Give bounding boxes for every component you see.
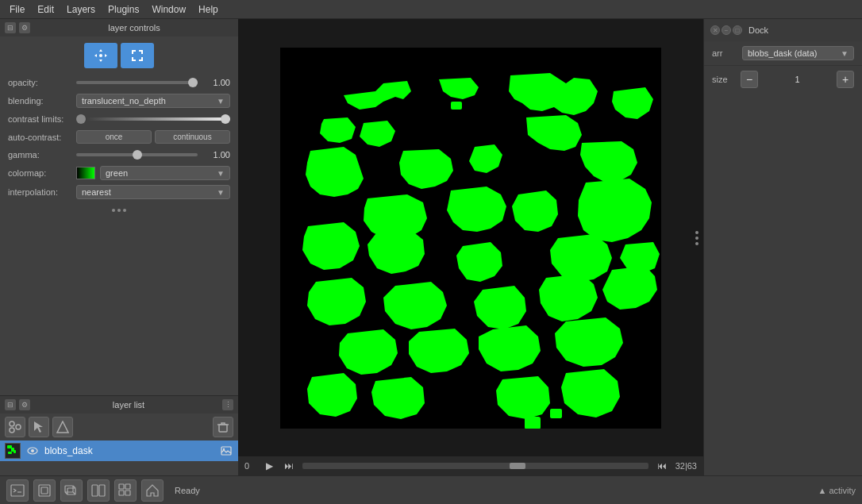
dock-max-icon[interactable]: □ [733, 25, 742, 35]
svg-point-1 [10, 428, 14, 433]
frame-info: 32|63 [675, 461, 697, 471]
layer-item[interactable]: blobs_dask [0, 441, 238, 461]
contrast-min-thumb[interactable] [76, 114, 86, 124]
svg-rect-26 [119, 484, 124, 489]
console-button[interactable] [6, 479, 29, 502]
move-icon [93, 48, 109, 63]
home-button[interactable] [141, 479, 164, 502]
layer-list-header-icons: ⊟ ⚙ [5, 399, 30, 410]
size-minus-btn[interactable]: − [741, 71, 758, 88]
svg-marker-4 [57, 421, 68, 433]
colormap-row: colormap: green ▼ [8, 166, 230, 180]
opacity-slider[interactable] [76, 81, 198, 84]
settings-icon[interactable]: ⚙ [19, 22, 30, 33]
dock-title: Dock [748, 25, 856, 35]
points-tool-btn[interactable] [5, 417, 25, 437]
layer-list-title: layer list [35, 400, 222, 410]
layer-image-btn[interactable] [219, 444, 233, 458]
window-icon [37, 483, 52, 498]
menu-help[interactable]: Help [192, 2, 225, 17]
visibility-toggle[interactable] [25, 444, 40, 458]
dot-1 [112, 209, 115, 212]
gamma-slider-container[interactable] [76, 148, 198, 161]
canvas-viewport[interactable] [238, 19, 703, 456]
svg-rect-18 [41, 487, 48, 494]
play-button[interactable]: ▶ [264, 460, 275, 471]
bottom-toolbar: Ready ▲ activity [0, 475, 862, 504]
svg-rect-5 [219, 425, 227, 432]
timeline-thumb[interactable] [510, 463, 525, 469]
menubar: File Edit Layers Plugins Window Help [0, 0, 862, 19]
blending-dropdown[interactable]: translucent_no_depth ▼ [76, 94, 230, 108]
blobs-svg [280, 48, 661, 429]
vert-dot-3 [695, 242, 698, 245]
arr-row: arr blobs_dask (data) ▼ [704, 41, 862, 66]
layer-list-section: ⊟ ⚙ layer list ⋮ [0, 396, 238, 475]
select-tool-btn[interactable] [29, 417, 49, 437]
timeline-track[interactable] [302, 463, 648, 469]
blending-row: blending: translucent_no_depth ▼ [8, 94, 230, 108]
transform-icon [129, 48, 145, 63]
contrast-max-thumb[interactable] [221, 114, 230, 124]
gamma-slider[interactable] [76, 153, 198, 156]
colormap-dropdown[interactable]: green ▼ [100, 166, 230, 180]
layer-list-header: ⊟ ⚙ layer list ⋮ [0, 396, 238, 414]
activity-text[interactable]: ▲ activity [818, 486, 856, 495]
svg-rect-29 [125, 491, 130, 495]
svg-rect-24 [92, 485, 98, 496]
svg-rect-17 [39, 485, 50, 496]
svg-point-0 [10, 421, 14, 426]
layer-collapse-icon[interactable]: ⊟ [5, 399, 16, 410]
contrast-row: contrast limits: [8, 113, 230, 125]
split-button[interactable] [87, 479, 110, 502]
size-label: size [712, 75, 736, 84]
layer-list-more[interactable]: ⋮ [222, 399, 233, 410]
opacity-label: opacity: [8, 78, 71, 87]
collapse-icon[interactable]: ⊟ [5, 22, 16, 33]
vert-dot-1 [695, 231, 698, 234]
canvas-image [280, 48, 661, 429]
select-icon [33, 421, 45, 433]
skip-back-button[interactable]: ⏮ [655, 460, 669, 471]
arr-dropdown[interactable]: blobs_dask (data) ▼ [742, 46, 854, 60]
eye-icon [27, 445, 38, 456]
dock-close-icon[interactable]: ✕ [710, 25, 720, 35]
once-button[interactable]: once [76, 130, 152, 144]
layer-tools [0, 414, 238, 441]
dock-min-icon[interactable]: − [722, 25, 731, 35]
menu-window[interactable]: Window [145, 2, 192, 17]
dock-header-icons: ✕ − □ [710, 25, 742, 35]
continuous-button[interactable]: continuous [155, 130, 230, 144]
size-plus-btn[interactable]: + [837, 71, 854, 88]
skip-end-button[interactable]: ⏭ [282, 460, 296, 471]
blending-label: blending: [8, 96, 71, 106]
contrast-track [76, 117, 230, 121]
window-button[interactable] [33, 479, 56, 502]
main-area: ⊟ ⚙ layer controls [0, 19, 862, 475]
layer-settings-icon[interactable]: ⚙ [19, 399, 30, 410]
opacity-value: 1.00 [202, 78, 230, 87]
blending-arrow: ▼ [217, 97, 225, 106]
svg-rect-14 [451, 102, 462, 110]
dock-header: ✕ − □ Dock [704, 19, 862, 41]
opacity-slider-container[interactable] [76, 76, 198, 89]
canvas-area: 0 ▶ ⏭ ⏮ 32|63 [238, 19, 703, 475]
menu-layers[interactable]: Layers [60, 2, 102, 17]
menu-plugins[interactable]: Plugins [102, 2, 145, 17]
menu-file[interactable]: File [3, 2, 31, 17]
transform-button[interactable] [121, 43, 154, 68]
auto-contrast-row: auto-contrast: once continuous [8, 130, 230, 144]
contrast-label: contrast limits: [8, 114, 71, 124]
move-button[interactable] [84, 43, 117, 68]
menu-edit[interactable]: Edit [31, 2, 60, 17]
delete-layer-btn[interactable] [213, 417, 233, 437]
interpolation-dropdown[interactable]: nearest ▼ [76, 185, 230, 199]
svg-rect-15 [11, 485, 24, 496]
interpolation-value: nearest [82, 187, 111, 197]
svg-rect-25 [99, 485, 105, 496]
grid-button[interactable] [114, 479, 137, 502]
svg-point-8 [31, 449, 34, 452]
shape-tool-btn[interactable] [52, 417, 73, 437]
3d-button[interactable] [60, 479, 83, 502]
contrast-slider-container[interactable] [76, 113, 230, 125]
